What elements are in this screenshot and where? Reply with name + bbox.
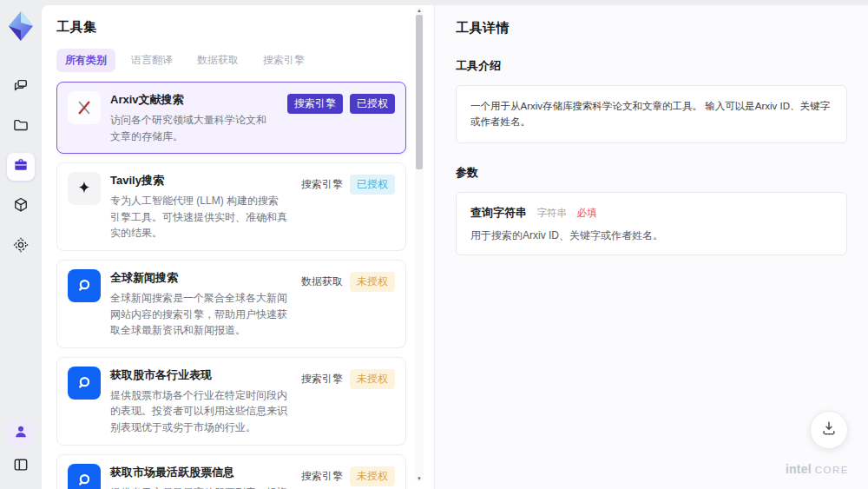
tool-tags: 搜索引擎 已授权 [287,94,395,114]
tool-tags: 搜索引擎 已授权 [301,175,395,195]
params-heading: 参数 [456,165,847,181]
sidebar-item-panel[interactable] [7,453,35,480]
tools-list-panel: 工具集 所有类别语言翻译数据获取搜索引擎 Arxiv文献搜索 访问各个研究领域大… [42,5,434,489]
tool-status-badge: 已授权 [350,94,395,114]
scroll-down-arrow-icon[interactable]: ▼ [415,475,424,482]
sparkle-icon [68,172,101,205]
rail-nav [7,73,35,261]
sidebar-item-models[interactable] [7,193,35,221]
scroll-up-arrow-icon[interactable]: ▲ [415,7,424,14]
tool-category-tag: 搜索引擎 [301,175,343,195]
param-name: 查询字符串 [470,206,527,219]
sidebar-item-chat[interactable] [7,73,35,101]
tool-category-tag: 搜索引擎 [301,466,343,486]
tool-name: Arxiv文献搜索 [110,92,274,108]
rail-bottom [7,420,35,480]
tool-desc: 提供股票市场各个行业在特定时间段内的表现。投资者可以利用这些信息来识别表现优于或… [110,387,288,436]
tool-desc: 全球新闻搜索是一个聚合全球各大新闻网站内容的搜索引擎，帮助用户快速获取全球最新资… [110,290,288,339]
chat-icon [12,76,30,97]
category-tab[interactable]: 所有类别 [56,49,115,72]
param-desc: 用于搜索的Arxiv ID、关键字或作者姓名。 [470,228,832,243]
user-icon [12,423,30,444]
tool-main: 获取市场最活跃股票信息 提供当天交易量最高的股票列表，投资者可以利用这些信息来识… [110,464,288,489]
tool-name: 全球新闻搜索 [110,270,288,286]
tool-name: 获取市场最活跃股票信息 [110,465,288,480]
tool-category-tag: 搜索引擎 [301,369,343,389]
category-tab[interactable]: 搜索引擎 [254,49,313,72]
arxiv-icon [68,91,101,124]
sidebar-item-settings[interactable] [7,233,35,261]
param-type: 字符串 [536,208,567,218]
tool-card[interactable]: 全球新闻搜索 全球新闻搜索是一个聚合全球各大新闻网站内容的搜索引擎，帮助用户快速… [56,260,406,348]
tool-tags: 搜索引擎 未授权 [301,466,395,486]
panel-icon [12,456,30,477]
tool-name: Tavily搜索 [110,173,288,188]
category-tab[interactable]: 数据获取 [188,49,247,72]
tool-status-badge: 未授权 [350,272,395,292]
category-tab[interactable]: 语言翻译 [122,49,181,72]
tool-main: 全球新闻搜索 全球新闻搜索是一个聚合全球各大新闻网站内容的搜索引擎，帮助用户快速… [110,269,288,339]
category-tabs: 所有类别语言翻译数据获取搜索引擎 [56,49,434,72]
app-logo-icon [7,10,35,42]
tools-list: Arxiv文献搜索 访问各个研究领域大量科学论文和文章的存储库。 搜索引擎 已授… [56,82,406,489]
left-rail [0,0,42,489]
tool-main: 获取股市各行业表现 提供股票市场各个行业在特定时间段内的表现。投资者可以利用这些… [110,367,288,436]
main-content: 工具集 所有类别语言翻译数据获取搜索引擎 Arxiv文献搜索 访问各个研究领域大… [42,5,868,489]
gear-icon [12,236,30,257]
sidebar-item-toolbox[interactable] [7,153,35,181]
tool-status-badge: 未授权 [350,369,395,389]
app-window: 工具集 所有类别语言翻译数据获取搜索引擎 Arxiv文献搜索 访问各个研究领域大… [0,0,868,489]
intel-core-logo: intel core [786,462,849,476]
download-button[interactable] [810,411,848,449]
briefcase-icon [12,156,30,177]
page-title: 工具集 [56,19,434,36]
folder-icon [12,116,30,137]
download-icon [820,420,838,440]
tool-main: Arxiv文献搜索 访问各个研究领域大量科学论文和文章的存储库。 [110,91,274,144]
news-search-icon [68,464,101,489]
tool-card[interactable]: Tavily搜索 专为人工智能代理 (LLM) 构建的搜索引擎工具。可快速提供实… [56,162,406,251]
tool-card[interactable]: 获取市场最活跃股票信息 提供当天交易量最高的股票列表，投资者可以利用这些信息来识… [56,454,406,489]
tool-status-badge: 未授权 [350,466,395,486]
tool-tags: 搜索引擎 未授权 [301,369,395,389]
param-box: 查询字符串 字符串 必填 用于搜索的Arxiv ID、关键字或作者姓名。 [456,192,847,255]
tool-category-tag: 数据获取 [301,272,343,292]
tool-name: 获取股市各行业表现 [110,367,288,383]
tool-main: Tavily搜索 专为人工智能代理 (LLM) 构建的搜索引擎工具。可快速提供实… [110,172,288,241]
sidebar-item-files[interactable] [7,113,35,141]
tool-category-tag: 搜索引擎 [287,94,343,114]
news-search-icon [68,269,101,302]
core-word: core [815,465,849,475]
intro-box: 一个用于从Arxiv存储库搜索科学论文和文章的工具。 输入可以是Arxiv ID… [456,85,847,143]
cube-icon [12,196,30,217]
tools-scroll-area: Arxiv文献搜索 访问各个研究领域大量科学论文和文章的存储库。 搜索引擎 已授… [56,82,434,489]
tool-status-badge: 已授权 [350,175,395,195]
news-search-icon [68,367,101,400]
tool-desc: 提供当天交易量最高的股票列表，投资者可以利用这些信息来识别流动性强的股票和潜在的… [110,485,288,489]
tool-tags: 数据获取 未授权 [301,272,395,292]
intro-heading: 工具介绍 [456,58,847,74]
scrollbar[interactable]: ▲ ▼ [415,7,424,482]
tool-desc: 访问各个研究领域大量科学论文和文章的存储库。 [110,112,274,144]
detail-title: 工具详情 [456,20,847,36]
tool-desc: 专为人工智能代理 (LLM) 构建的搜索引擎工具。可快速提供实时、准确和真实的结… [110,193,288,241]
tool-card[interactable]: Arxiv文献搜索 访问各个研究领域大量科学论文和文章的存储库。 搜索引擎 已授… [56,82,406,154]
param-required-badge: 必填 [576,208,596,218]
intel-word: intel [786,462,812,476]
sidebar-item-account[interactable] [7,420,35,447]
tool-card[interactable]: 获取股市各行业表现 提供股票市场各个行业在特定时间段内的表现。投资者可以利用这些… [56,357,406,446]
scrollbar-thumb[interactable] [416,15,423,169]
param-header: 查询字符串 字符串 必填 [470,204,832,221]
tool-detail-panel: 工具详情 工具介绍 一个用于从Arxiv存储库搜索科学论文和文章的工具。 输入可… [434,5,868,489]
